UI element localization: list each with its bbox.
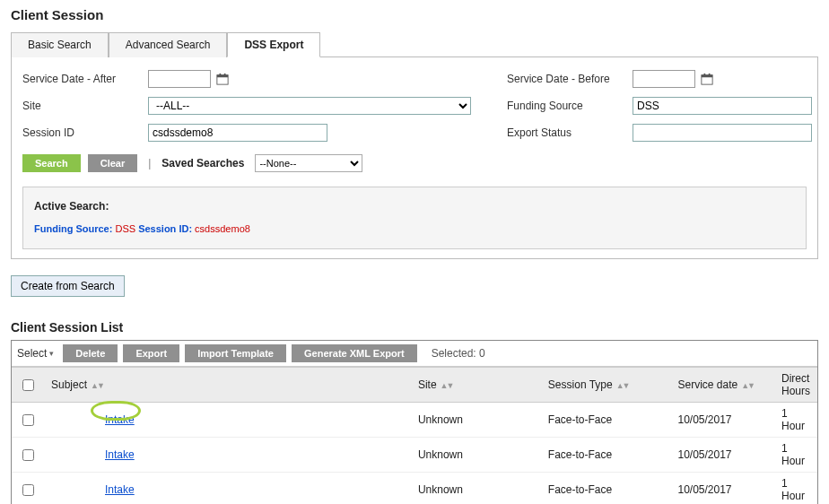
session-id-label: Session ID [22, 126, 148, 139]
svg-rect-6 [704, 74, 706, 76]
create-from-search-button[interactable]: Create from Search [11, 275, 125, 297]
cell-session-type: Face-to-Face [541, 473, 671, 505]
row-checkbox[interactable] [22, 449, 34, 461]
tab-bar: Basic Search Advanced Search DSS Export [11, 31, 818, 57]
cell-direct-hours: 1 Hour [774, 438, 817, 473]
calendar-icon[interactable] [216, 73, 229, 85]
search-button[interactable]: Search [22, 154, 81, 172]
select-dropdown[interactable]: Select ▾ [17, 347, 54, 360]
chevron-down-icon: ▾ [49, 349, 54, 358]
cell-site: Unknown [411, 403, 541, 438]
export-status-label: Export Status [507, 126, 633, 139]
subject-link[interactable]: Intake [105, 448, 135, 461]
active-search-panel: Active Search: Funding Source: DSS Sessi… [22, 187, 807, 249]
service-date-after-input[interactable] [148, 70, 211, 88]
active-search-funding-val: DSS [115, 223, 135, 234]
sort-icon: ▲▼ [741, 381, 754, 390]
cell-session-type: Face-to-Face [541, 438, 671, 473]
saved-searches-label: Saved Searches [161, 157, 244, 169]
active-search-title: Active Search: [34, 200, 795, 213]
calendar-icon[interactable] [701, 73, 713, 85]
tab-basic-search[interactable]: Basic Search [11, 32, 109, 57]
selected-count-label: Selected: 0 [432, 347, 485, 360]
sort-icon: ▲▼ [91, 381, 103, 390]
session-id-input[interactable] [148, 124, 327, 142]
funding-source-label: Funding Source [507, 100, 633, 112]
active-search-funding-key: Funding Source: [34, 223, 112, 234]
table-row: IntakeUnknownFace-to-Face10/05/20171 Hou… [12, 403, 817, 438]
page-title: Client Session [11, 7, 818, 22]
svg-rect-5 [702, 75, 712, 78]
site-label: Site [22, 100, 148, 112]
row-checkbox[interactable] [22, 484, 34, 496]
clear-button[interactable]: Clear [88, 154, 138, 172]
generate-xml-button[interactable]: Generate XML Export [292, 344, 417, 362]
table-row: IntakeUnknownFace-to-Face10/05/20171 Hou… [12, 438, 817, 473]
import-template-button[interactable]: Import Template [185, 344, 286, 362]
saved-searches-select[interactable]: --None-- [255, 154, 362, 172]
svg-rect-3 [224, 74, 226, 76]
subject-link[interactable]: Intake [105, 413, 135, 426]
cell-service-date: 10/05/2017 [670, 438, 774, 473]
export-status-input[interactable] [633, 124, 812, 142]
site-select[interactable]: --ALL-- [148, 97, 471, 115]
session-list-panel: Select ▾ Delete Export Import Template G… [11, 340, 818, 504]
col-site[interactable]: Site▲▼ [411, 368, 541, 403]
cell-service-date: 10/05/2017 [670, 403, 774, 438]
select-all-checkbox[interactable] [22, 379, 34, 391]
row-checkbox[interactable] [22, 414, 34, 426]
separator: | [148, 157, 151, 169]
funding-source-input[interactable] [633, 97, 812, 115]
search-panel: Service Date - After Site --ALL-- Sessio… [11, 57, 818, 259]
active-search-session-key: Session ID: [138, 223, 192, 234]
service-date-before-input[interactable] [633, 70, 695, 88]
col-session-type[interactable]: Session Type▲▼ [541, 368, 671, 403]
subject-link[interactable]: Intake [105, 483, 135, 496]
list-section-title: Client Session List [11, 320, 818, 335]
cell-service-date: 10/05/2017 [670, 473, 774, 505]
list-toolbar-top: Select ▾ Delete Export Import Template G… [12, 341, 817, 367]
svg-rect-7 [709, 74, 711, 76]
cell-site: Unknown [411, 473, 541, 505]
tab-dss-export[interactable]: DSS Export [227, 32, 320, 57]
col-subject[interactable]: Subject▲▼ [44, 368, 411, 403]
cell-session-type: Face-to-Face [541, 403, 671, 438]
col-service-date[interactable]: Service date▲▼ [670, 368, 774, 403]
service-date-after-label: Service Date - After [22, 73, 148, 85]
active-search-session-val: csdssdemo8 [195, 223, 250, 234]
svg-rect-2 [220, 74, 222, 76]
export-button[interactable]: Export [123, 344, 179, 362]
tab-advanced-search[interactable]: Advanced Search [109, 32, 228, 57]
cell-direct-hours: 1 Hour [774, 403, 817, 438]
cell-site: Unknown [411, 438, 541, 473]
delete-button[interactable]: Delete [63, 344, 118, 362]
table-row: IntakeUnknownFace-to-Face10/05/20171 Hou… [12, 473, 817, 505]
sort-icon: ▲▼ [616, 381, 629, 390]
svg-rect-1 [217, 75, 228, 78]
session-table: Subject▲▼ Site▲▼ Session Type▲▼ Service … [12, 367, 817, 504]
col-direct-hours[interactable]: Direct Hours [774, 368, 817, 403]
service-date-before-label: Service Date - Before [507, 73, 633, 85]
sort-icon: ▲▼ [441, 381, 453, 390]
cell-direct-hours: 1 Hour [774, 473, 817, 505]
